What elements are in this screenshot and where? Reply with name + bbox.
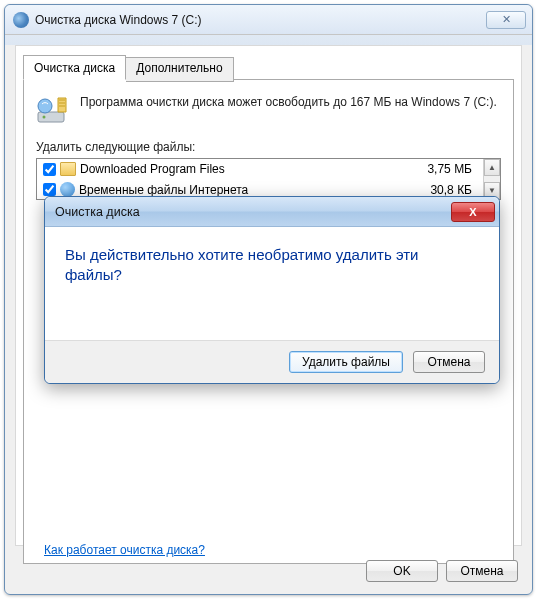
button-label: Удалить файлы — [302, 355, 390, 369]
arrow-down-icon: ▼ — [488, 186, 496, 195]
file-checkbox[interactable] — [43, 183, 56, 196]
close-icon: ✕ — [502, 13, 511, 26]
file-list: Downloaded Program Files 3,75 МБ Временн… — [36, 158, 501, 200]
confirm-title: Очистка диска — [55, 205, 451, 219]
file-name: Downloaded Program Files — [80, 162, 418, 176]
close-button[interactable]: ✕ — [486, 11, 526, 29]
button-label: Отмена — [427, 355, 470, 369]
tab-label: Дополнительно — [136, 61, 222, 75]
arrow-up-icon: ▲ — [488, 163, 496, 172]
confirm-delete-button[interactable]: Удалить файлы — [289, 351, 403, 373]
file-name: Временные файлы Интернета — [79, 183, 418, 197]
confirm-cancel-button[interactable]: Отмена — [413, 351, 485, 373]
button-label: OK — [393, 564, 410, 578]
close-icon: X — [469, 206, 476, 218]
svg-rect-0 — [38, 112, 64, 122]
confirm-message: Вы действительно хотите необратимо удали… — [65, 245, 479, 286]
main-titlebar[interactable]: Очистка диска Windows 7 (C:) ✕ — [5, 5, 532, 35]
list-item[interactable]: Downloaded Program Files 3,75 МБ — [37, 159, 482, 179]
footer-buttons: OK Отмена — [366, 560, 518, 582]
tab-cleanup[interactable]: Очистка диска — [23, 55, 126, 80]
info-row: Программа очистки диска может освободить… — [24, 80, 513, 136]
confirm-close-button[interactable]: X — [451, 202, 495, 222]
scroll-up-button[interactable]: ▲ — [484, 159, 500, 176]
confirm-body: Вы действительно хотите необратимо удали… — [45, 227, 499, 340]
file-list-label: Удалить следующие файлы: — [24, 136, 513, 158]
svg-point-1 — [43, 116, 46, 119]
svg-point-2 — [38, 99, 52, 113]
info-text: Программа очистки диска может освободить… — [80, 94, 497, 128]
tab-label: Очистка диска — [34, 61, 115, 75]
tab-strip: Очистка диска Дополнительно — [23, 55, 234, 80]
confirm-footer: Удалить файлы Отмена — [45, 340, 499, 383]
confirm-dialog: Очистка диска X Вы действительно хотите … — [44, 196, 500, 384]
vertical-scrollbar[interactable]: ▲ ▼ — [483, 159, 500, 199]
help-link[interactable]: Как работает очистка диска? — [44, 543, 205, 557]
folder-icon — [60, 162, 76, 176]
button-label: Отмена — [460, 564, 503, 578]
window-title: Очистка диска Windows 7 (C:) — [11, 13, 486, 27]
help-link-row: Как работает очистка диска? — [44, 543, 205, 557]
tab-additional[interactable]: Дополнительно — [126, 57, 233, 82]
file-checkbox[interactable] — [43, 163, 56, 176]
confirm-titlebar[interactable]: Очистка диска X — [45, 197, 499, 227]
drive-cleanup-icon — [36, 94, 70, 128]
file-list-inner: Downloaded Program Files 3,75 МБ Временн… — [37, 159, 482, 199]
file-size: 3,75 МБ — [418, 162, 478, 176]
ok-button[interactable]: OK — [366, 560, 438, 582]
globe-icon — [60, 182, 75, 197]
cancel-button[interactable]: Отмена — [446, 560, 518, 582]
file-size: 30,8 КБ — [418, 183, 478, 197]
